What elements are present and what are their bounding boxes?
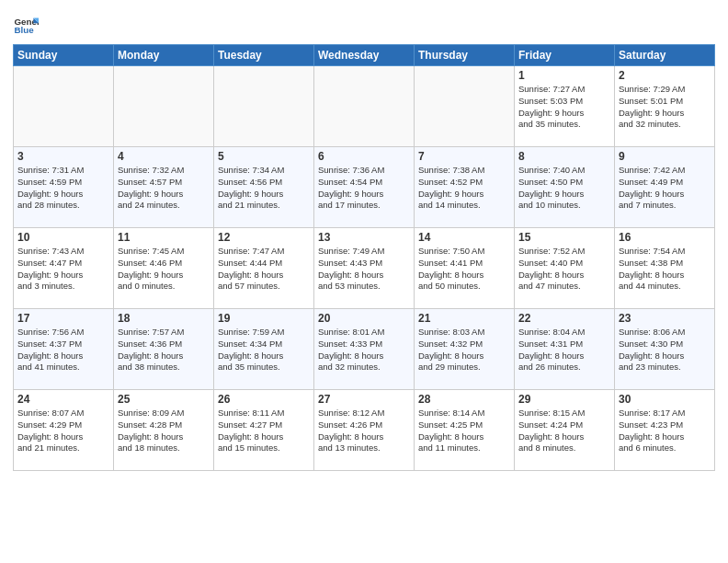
day-info: Sunrise: 7:42 AM Sunset: 4:49 PM Dayligh… (619, 165, 711, 212)
day-cell: 8Sunrise: 7:40 AM Sunset: 4:50 PM Daylig… (515, 147, 615, 228)
week-row-3: 10Sunrise: 7:43 AM Sunset: 4:47 PM Dayli… (14, 228, 715, 309)
day-number: 20 (318, 312, 410, 325)
day-number: 18 (118, 312, 210, 325)
day-cell (214, 66, 314, 147)
day-info: Sunrise: 7:54 AM Sunset: 4:38 PM Dayligh… (619, 246, 711, 293)
day-cell: 16Sunrise: 7:54 AM Sunset: 4:38 PM Dayli… (615, 228, 715, 309)
day-info: Sunrise: 7:31 AM Sunset: 4:59 PM Dayligh… (17, 165, 109, 212)
weekday-header-thursday: Thursday (415, 45, 515, 66)
day-cell: 29Sunrise: 8:15 AM Sunset: 4:24 PM Dayli… (515, 390, 615, 471)
day-number: 7 (418, 150, 510, 163)
week-row-5: 24Sunrise: 8:07 AM Sunset: 4:29 PM Dayli… (14, 390, 715, 471)
day-number: 13 (318, 231, 410, 244)
day-cell: 11Sunrise: 7:45 AM Sunset: 4:46 PM Dayli… (114, 228, 214, 309)
day-cell: 14Sunrise: 7:50 AM Sunset: 4:41 PM Dayli… (415, 228, 515, 309)
day-cell: 26Sunrise: 8:11 AM Sunset: 4:27 PM Dayli… (214, 390, 314, 471)
day-info: Sunrise: 8:04 AM Sunset: 4:31 PM Dayligh… (518, 327, 610, 373)
weekday-header-friday: Friday (515, 45, 615, 66)
day-info: Sunrise: 7:45 AM Sunset: 4:46 PM Dayligh… (118, 246, 210, 293)
day-cell (415, 66, 515, 147)
day-info: Sunrise: 7:52 AM Sunset: 4:40 PM Dayligh… (518, 246, 610, 293)
day-info: Sunrise: 7:38 AM Sunset: 4:52 PM Dayligh… (418, 165, 510, 212)
day-number: 29 (518, 393, 610, 406)
day-info: Sunrise: 8:14 AM Sunset: 4:25 PM Dayligh… (418, 408, 510, 454)
day-cell: 5Sunrise: 7:34 AM Sunset: 4:56 PM Daylig… (214, 147, 314, 228)
weekday-header-sunday: Sunday (14, 45, 114, 66)
day-info: Sunrise: 7:50 AM Sunset: 4:41 PM Dayligh… (418, 246, 510, 293)
day-cell: 9Sunrise: 7:42 AM Sunset: 4:49 PM Daylig… (615, 147, 715, 228)
day-number: 2 (619, 69, 711, 82)
day-number: 1 (518, 69, 610, 82)
week-row-1: 1Sunrise: 7:27 AM Sunset: 5:03 PM Daylig… (14, 66, 715, 147)
header: General Blue (13, 9, 715, 39)
weekday-header-tuesday: Tuesday (214, 45, 314, 66)
day-number: 23 (619, 312, 711, 325)
day-number: 22 (518, 312, 610, 325)
weekday-header-saturday: Saturday (615, 45, 715, 66)
day-info: Sunrise: 7:43 AM Sunset: 4:47 PM Dayligh… (17, 246, 109, 293)
day-number: 21 (418, 312, 510, 325)
day-info: Sunrise: 7:57 AM Sunset: 4:36 PM Dayligh… (118, 327, 210, 373)
calendar-table: SundayMondayTuesdayWednesdayThursdayFrid… (13, 44, 715, 471)
day-number: 11 (118, 231, 210, 244)
day-number: 28 (418, 393, 510, 406)
day-info: Sunrise: 7:59 AM Sunset: 4:34 PM Dayligh… (218, 327, 310, 373)
day-number: 17 (17, 312, 109, 325)
day-cell: 3Sunrise: 7:31 AM Sunset: 4:59 PM Daylig… (14, 147, 114, 228)
day-cell: 1Sunrise: 7:27 AM Sunset: 5:03 PM Daylig… (515, 66, 615, 147)
day-cell: 2Sunrise: 7:29 AM Sunset: 5:01 PM Daylig… (615, 66, 715, 147)
day-cell: 13Sunrise: 7:49 AM Sunset: 4:43 PM Dayli… (314, 228, 415, 309)
day-cell: 30Sunrise: 8:17 AM Sunset: 4:23 PM Dayli… (615, 390, 715, 471)
logo-icon: General Blue (13, 13, 39, 39)
day-info: Sunrise: 7:47 AM Sunset: 4:44 PM Dayligh… (218, 246, 310, 293)
day-cell: 15Sunrise: 7:52 AM Sunset: 4:40 PM Dayli… (515, 228, 615, 309)
day-number: 24 (17, 393, 109, 406)
day-info: Sunrise: 7:27 AM Sunset: 5:03 PM Dayligh… (518, 84, 610, 131)
day-cell (14, 66, 114, 147)
day-info: Sunrise: 8:12 AM Sunset: 4:26 PM Dayligh… (318, 408, 410, 454)
day-number: 12 (218, 231, 310, 244)
day-number: 10 (17, 231, 109, 244)
weekday-header-monday: Monday (114, 45, 214, 66)
day-number: 16 (619, 231, 711, 244)
day-info: Sunrise: 8:07 AM Sunset: 4:29 PM Dayligh… (17, 408, 109, 454)
day-number: 4 (118, 150, 210, 163)
day-info: Sunrise: 8:15 AM Sunset: 4:24 PM Dayligh… (518, 408, 610, 454)
day-number: 15 (518, 231, 610, 244)
day-cell: 25Sunrise: 8:09 AM Sunset: 4:28 PM Dayli… (114, 390, 214, 471)
day-info: Sunrise: 8:11 AM Sunset: 4:27 PM Dayligh… (218, 408, 310, 454)
day-info: Sunrise: 7:32 AM Sunset: 4:57 PM Dayligh… (118, 165, 210, 212)
page-container: General Blue SundayMondayTuesdayWednesda… (0, 0, 728, 477)
day-info: Sunrise: 8:01 AM Sunset: 4:33 PM Dayligh… (318, 327, 410, 373)
day-number: 9 (619, 150, 711, 163)
day-info: Sunrise: 7:29 AM Sunset: 5:01 PM Dayligh… (619, 84, 711, 131)
day-info: Sunrise: 8:03 AM Sunset: 4:32 PM Dayligh… (418, 327, 510, 373)
day-cell: 4Sunrise: 7:32 AM Sunset: 4:57 PM Daylig… (114, 147, 214, 228)
day-info: Sunrise: 8:06 AM Sunset: 4:30 PM Dayligh… (619, 327, 711, 373)
day-number: 30 (619, 393, 711, 406)
day-number: 19 (218, 312, 310, 325)
week-row-2: 3Sunrise: 7:31 AM Sunset: 4:59 PM Daylig… (14, 147, 715, 228)
weekday-header-row: SundayMondayTuesdayWednesdayThursdayFrid… (14, 45, 715, 66)
day-number: 5 (218, 150, 310, 163)
day-cell: 6Sunrise: 7:36 AM Sunset: 4:54 PM Daylig… (314, 147, 415, 228)
day-info: Sunrise: 7:36 AM Sunset: 4:54 PM Dayligh… (318, 165, 410, 212)
svg-text:Blue: Blue (14, 25, 34, 35)
day-info: Sunrise: 8:09 AM Sunset: 4:28 PM Dayligh… (118, 408, 210, 454)
week-row-4: 17Sunrise: 7:56 AM Sunset: 4:37 PM Dayli… (14, 309, 715, 390)
day-info: Sunrise: 7:56 AM Sunset: 4:37 PM Dayligh… (17, 327, 109, 373)
day-cell: 28Sunrise: 8:14 AM Sunset: 4:25 PM Dayli… (415, 390, 515, 471)
day-cell: 21Sunrise: 8:03 AM Sunset: 4:32 PM Dayli… (415, 309, 515, 390)
day-cell: 12Sunrise: 7:47 AM Sunset: 4:44 PM Dayli… (214, 228, 314, 309)
day-cell: 22Sunrise: 8:04 AM Sunset: 4:31 PM Dayli… (515, 309, 615, 390)
day-number: 27 (318, 393, 410, 406)
day-info: Sunrise: 7:40 AM Sunset: 4:50 PM Dayligh… (518, 165, 610, 212)
day-info: Sunrise: 7:34 AM Sunset: 4:56 PM Dayligh… (218, 165, 310, 212)
day-cell: 23Sunrise: 8:06 AM Sunset: 4:30 PM Dayli… (615, 309, 715, 390)
weekday-header-wednesday: Wednesday (314, 45, 415, 66)
day-cell: 27Sunrise: 8:12 AM Sunset: 4:26 PM Dayli… (314, 390, 415, 471)
day-cell: 10Sunrise: 7:43 AM Sunset: 4:47 PM Dayli… (14, 228, 114, 309)
day-number: 6 (318, 150, 410, 163)
day-cell: 24Sunrise: 8:07 AM Sunset: 4:29 PM Dayli… (14, 390, 114, 471)
day-number: 8 (518, 150, 610, 163)
